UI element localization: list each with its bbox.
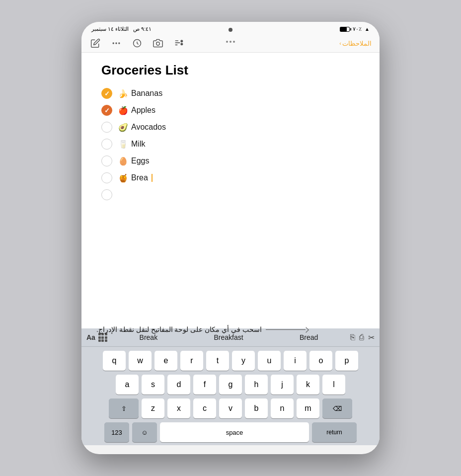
key-b[interactable]: b xyxy=(245,398,268,418)
svg-rect-7 xyxy=(175,45,178,46)
key-j[interactable]: j xyxy=(271,375,294,395)
list-item[interactable]: 🥚 Eggs xyxy=(101,156,360,166)
svg-rect-6 xyxy=(175,42,180,43)
item-text: 🥛 Milk xyxy=(118,140,145,149)
keyboard-container: Aa Break Breakfast xyxy=(81,328,380,445)
item-text: 🥚 Eggs xyxy=(118,157,149,166)
key-s[interactable]: s xyxy=(142,375,164,395)
item-label: Brea xyxy=(131,173,148,182)
check-circle-empty[interactable] xyxy=(101,172,112,183)
battery-percent: ٧۰٪ xyxy=(353,26,362,32)
delete-key[interactable]: ⌫ xyxy=(322,398,352,418)
check-circle-empty[interactable] xyxy=(101,189,112,200)
status-date: الثلاثاء ١٤ سبتمبر xyxy=(91,26,129,32)
key-n[interactable]: n xyxy=(271,398,294,418)
more-icon[interactable] xyxy=(110,37,122,49)
list-item[interactable]: 🥑 Avocados xyxy=(101,122,360,133)
key-l[interactable]: l xyxy=(322,375,345,395)
item-emoji: 🥚 xyxy=(118,157,128,166)
item-text: 🍌 Bananas xyxy=(118,89,162,98)
copy-icon[interactable]: ⎙ xyxy=(359,333,364,342)
paste-icon[interactable]: ⎘ xyxy=(350,333,355,342)
key-o[interactable]: o xyxy=(309,351,332,371)
camera-icon[interactable] xyxy=(152,37,164,49)
font-size-button[interactable]: Aa xyxy=(86,333,95,341)
key-row-3: ⇧ z x c v b n m ⌫ xyxy=(84,398,377,418)
svg-point-4 xyxy=(156,42,160,46)
checkmark-icon: ✓ xyxy=(104,90,110,97)
key-v[interactable]: v xyxy=(219,398,242,418)
key-k[interactable]: k xyxy=(297,375,319,395)
key-h[interactable]: h xyxy=(245,375,268,395)
ipad-device: ٧۰٪ ▲ ٩:٤١ ص الثلاثاء ١٤ سبتمبر xyxy=(81,22,380,454)
key-y[interactable]: y xyxy=(232,351,255,371)
item-emoji: 🥑 xyxy=(118,123,128,132)
key-m[interactable]: m xyxy=(297,398,319,418)
check-circle-checked-orange[interactable]: ✓ xyxy=(101,105,112,116)
camera-dot xyxy=(229,28,232,32)
key-g[interactable]: g xyxy=(219,375,242,395)
item-label: Milk xyxy=(131,140,145,149)
key-w[interactable]: w xyxy=(129,351,152,371)
shift-key[interactable]: ⇧ xyxy=(109,398,139,418)
key-f[interactable]: f xyxy=(193,375,216,395)
markup-icon[interactable] xyxy=(131,37,143,49)
scissors-icon[interactable]: ✂ xyxy=(368,333,375,342)
list-item[interactable]: ✓ 🍌 Bananas xyxy=(101,88,360,99)
key-d[interactable]: d xyxy=(167,375,190,395)
svg-point-8 xyxy=(180,43,183,45)
svg-point-2 xyxy=(118,42,120,44)
key-row-1: q w e r t y u i o p xyxy=(84,351,377,371)
key-i[interactable]: i xyxy=(284,351,307,371)
list-item[interactable] xyxy=(101,189,360,200)
notes-back-label: الملاحظات xyxy=(342,40,372,47)
list-item[interactable]: 🥛 Milk xyxy=(101,139,360,150)
key-z[interactable]: z xyxy=(142,398,164,418)
svg-point-0 xyxy=(113,42,114,44)
key-a[interactable]: a xyxy=(116,375,139,395)
note-title: Groceries List xyxy=(101,63,360,78)
format-icon[interactable] xyxy=(173,37,185,49)
item-emoji: 🍌 xyxy=(118,89,128,98)
svg-point-9 xyxy=(180,40,183,42)
key-q[interactable]: q xyxy=(103,351,126,371)
main-area: Groceries List ✓ 🍌 Bananas ✓ xyxy=(81,53,380,445)
note-content[interactable]: Groceries List ✓ 🍌 Bananas ✓ xyxy=(81,53,380,328)
item-text: 🍎 Apples xyxy=(118,106,155,115)
annotation-line xyxy=(266,329,306,330)
check-circle-empty[interactable] xyxy=(101,139,112,150)
emoji-key[interactable]: ☺ xyxy=(132,422,157,442)
list-item[interactable]: 🍯 Brea xyxy=(101,172,360,183)
key-t[interactable]: t xyxy=(206,351,229,371)
key-row-2: a s d f g h j k l xyxy=(84,375,377,395)
toolbar: الملاحظات › xyxy=(81,34,380,53)
key-r[interactable]: r xyxy=(180,351,203,371)
return-key[interactable]: return xyxy=(312,422,357,442)
key-e[interactable]: e xyxy=(154,351,177,371)
wifi-icon: ▲ xyxy=(365,26,370,32)
status-time: ٩:٤١ ص xyxy=(133,26,152,32)
checklist: ✓ 🍌 Bananas ✓ 🍎 Apples xyxy=(101,88,360,200)
key-u[interactable]: u xyxy=(258,351,281,371)
check-circle-empty[interactable] xyxy=(101,156,112,166)
item-text: 🥑 Avocados xyxy=(118,123,166,132)
key-p[interactable]: p xyxy=(335,351,358,371)
pred-right: ⎘ ⎙ ✂ xyxy=(350,333,375,342)
status-left: ٧۰٪ ▲ xyxy=(340,26,370,32)
key-x[interactable]: x xyxy=(167,398,190,418)
numbers-key[interactable]: 123 xyxy=(104,422,129,442)
checkmark-icon: ✓ xyxy=(104,107,110,114)
notes-back-button[interactable]: الملاحظات › xyxy=(339,40,372,47)
space-key[interactable]: space xyxy=(160,422,309,442)
item-emoji: 🍎 xyxy=(118,106,128,115)
check-circle-empty[interactable] xyxy=(101,122,112,133)
key-c[interactable]: c xyxy=(193,398,216,418)
item-label: Avocados xyxy=(131,123,166,132)
check-circle-checked[interactable]: ✓ xyxy=(101,88,112,99)
annotation-text: اسحب في أي مكان على لوحة المفاتيح لنقل ن… xyxy=(96,324,262,335)
keyboard: q w e r t y u i o p a s d f g xyxy=(81,347,380,445)
item-text: 🍯 Brea xyxy=(118,173,153,183)
edit-icon[interactable] xyxy=(89,37,101,49)
item-emoji: 🥛 xyxy=(118,140,128,149)
list-item[interactable]: ✓ 🍎 Apples xyxy=(101,105,360,116)
